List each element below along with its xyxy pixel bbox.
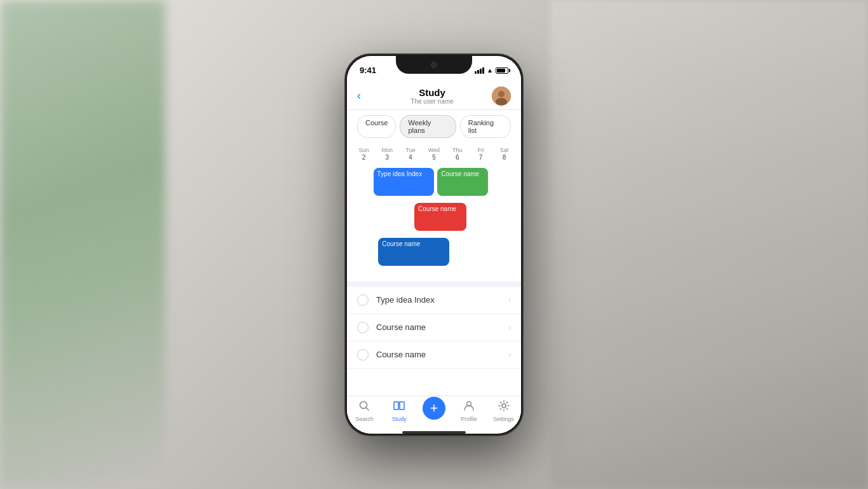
status-icons: ▲ <box>475 67 508 74</box>
page-title: Study <box>410 87 453 98</box>
nav-item-add[interactable]: + <box>417 402 452 420</box>
day-sun: Sun 2 <box>353 147 374 161</box>
battery-icon <box>496 67 508 74</box>
section-divider <box>347 282 521 287</box>
nav-item-profile[interactable]: Profile <box>451 400 486 422</box>
chevron-icon-1: › <box>508 296 511 305</box>
day-fri: Fri 7 <box>470 147 492 161</box>
profile-icon <box>463 400 475 415</box>
study-icon <box>393 400 405 415</box>
tab-weekly-plans[interactable]: Weekly plans <box>400 115 456 138</box>
svg-line-4 <box>367 408 369 410</box>
bg-decoration-left <box>0 0 165 489</box>
course-item-3[interactable]: Course name › <box>347 341 521 369</box>
event-type-idea-index[interactable]: Type idea Index <box>374 168 434 196</box>
avatar[interactable] <box>492 86 511 106</box>
day-tue: Tue 4 <box>400 147 421 161</box>
search-icon <box>358 400 370 415</box>
svg-point-3 <box>360 401 367 408</box>
settings-icon <box>498 400 510 415</box>
chevron-icon-2: › <box>508 323 511 332</box>
status-time: 9:41 <box>360 65 376 75</box>
front-camera <box>431 62 437 68</box>
phone-notch <box>396 56 472 74</box>
nav-label-settings: Settings <box>493 416 514 422</box>
nav-item-study[interactable]: Study <box>382 400 417 422</box>
weekly-calendar: Sun 2 Mon 3 Tue 4 Wed 5 <box>347 143 521 162</box>
course-name-3: Course name <box>376 350 508 359</box>
svg-point-6 <box>502 404 506 408</box>
nav-item-settings[interactable]: Settings <box>486 400 521 422</box>
nav-label-study: Study <box>392 416 407 422</box>
course-checkbox-2[interactable] <box>357 322 369 333</box>
home-indicator <box>402 431 466 434</box>
nav-item-search[interactable]: Search <box>347 400 382 422</box>
app-content: ‹ Study The user name C <box>347 81 521 434</box>
tab-ranking-list[interactable]: Ranking list <box>460 115 511 138</box>
calendar-grid: Type idea Index Course name Course name … <box>347 162 521 282</box>
day-thu: Thu 6 <box>447 147 468 161</box>
add-button[interactable]: + <box>423 397 445 420</box>
event-course-name-red[interactable]: Course name <box>414 203 466 231</box>
course-name-1: Type idea Index <box>376 295 508 305</box>
course-list: Type idea Index › Course name › Course n… <box>347 287 521 396</box>
days-header: Sun 2 Mon 3 Tue 4 Wed 5 <box>352 146 516 162</box>
nav-label-search: Search <box>355 416 374 422</box>
back-button[interactable]: ‹ <box>357 89 372 102</box>
course-item-2[interactable]: Course name › <box>347 314 521 341</box>
chevron-icon-3: › <box>508 350 511 359</box>
course-checkbox-3[interactable] <box>357 349 369 361</box>
bottom-nav: Search Study + <box>347 396 521 429</box>
phone-screen: 9:41 ▲ ‹ <box>347 56 521 434</box>
tab-bar: Course Weekly plans Ranking list <box>347 110 521 143</box>
phone-wrapper: 9:41 ▲ ‹ <box>345 54 523 436</box>
day-wed: Wed 5 <box>423 147 445 161</box>
bg-decoration-right <box>550 0 868 489</box>
phone-device: 9:41 ▲ ‹ <box>345 54 523 436</box>
svg-point-1 <box>498 91 505 97</box>
day-sat: Sat 8 <box>493 147 515 161</box>
header-center: Study The user name <box>410 87 453 105</box>
wifi-icon: ▲ <box>487 67 493 74</box>
signal-icon <box>475 67 484 74</box>
event-course-name-blue[interactable]: Course name <box>378 238 449 266</box>
course-checkbox-1[interactable] <box>357 294 369 306</box>
app-header: ‹ Study The user name <box>347 81 521 110</box>
user-name: The user name <box>410 98 453 105</box>
course-item-1[interactable]: Type idea Index › <box>347 287 521 314</box>
course-name-2: Course name <box>376 322 508 332</box>
events-container: Type idea Index Course name Course name … <box>352 165 516 279</box>
tab-course[interactable]: Course <box>357 115 396 138</box>
svg-point-2 <box>496 98 507 106</box>
nav-label-profile: Profile <box>461 416 477 422</box>
day-mon: Mon 3 <box>376 147 398 161</box>
event-course-name-green[interactable]: Course name <box>437 168 488 196</box>
